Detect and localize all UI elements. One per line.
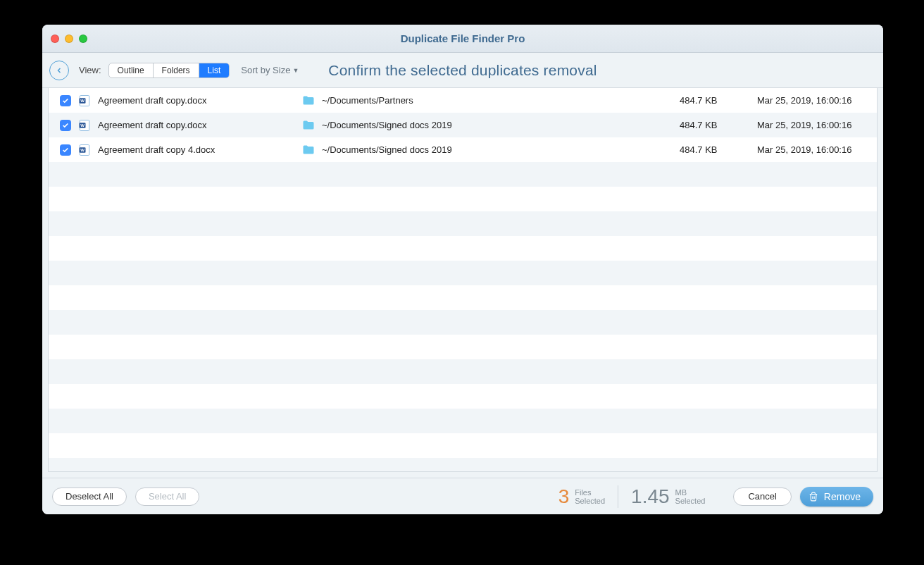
chevron-down-icon: ▼: [292, 67, 299, 74]
sort-dropdown[interactable]: Sort by Size ▼: [241, 65, 299, 75]
window-title: Duplicate File Finder Pro: [42, 32, 883, 44]
view-list-tab[interactable]: List: [199, 63, 230, 77]
file-size: 484.7 KB: [680, 144, 757, 155]
file-date: Mar 25, 2019, 16:00:16: [757, 144, 877, 155]
row-checkbox[interactable]: [60, 144, 71, 156]
view-folders-tab[interactable]: Folders: [154, 63, 199, 77]
row-checkbox[interactable]: [60, 120, 71, 131]
empty-row: [49, 162, 877, 187]
view-outline-tab[interactable]: Outline: [109, 63, 154, 77]
checkmark-icon: [62, 147, 69, 154]
row-checkbox[interactable]: [60, 95, 71, 106]
word-doc-icon: W: [78, 144, 91, 156]
minimize-window-button[interactable]: [65, 35, 73, 43]
select-all-button[interactable]: Select All: [135, 488, 199, 506]
files-selected-stat: 3 Files Selected: [558, 485, 618, 508]
file-rows-container: W Agreement draft copy.docx ~/Documents/…: [49, 88, 877, 471]
checkmark-icon: [62, 122, 69, 129]
size-label: MB Selected: [675, 488, 706, 505]
folder-icon: [302, 120, 315, 130]
svg-text:W: W: [80, 123, 85, 128]
table-row[interactable]: W Agreement draft copy.docx ~/Documents/…: [49, 88, 877, 113]
word-doc-icon: W: [78, 94, 91, 107]
file-size: 484.7 KB: [680, 120, 757, 130]
titlebar: Duplicate File Finder Pro: [42, 25, 883, 53]
empty-row: [49, 335, 877, 359]
trash-icon: [808, 492, 818, 502]
word-doc-icon: W: [78, 119, 91, 132]
file-date: Mar 25, 2019, 16:00:16: [757, 120, 877, 130]
app-window: Duplicate File Finder Pro View: Outline …: [42, 25, 883, 514]
folder-icon: [302, 144, 315, 155]
files-count: 3: [558, 485, 570, 508]
zoom-window-button[interactable]: [79, 35, 87, 43]
remove-button[interactable]: Remove: [800, 487, 873, 507]
empty-row: [49, 458, 877, 471]
size-value: 1.45: [631, 485, 670, 508]
file-name: Agreement draft copy.docx: [98, 120, 302, 130]
svg-text:W: W: [80, 99, 85, 103]
sort-label: Sort by Size: [241, 65, 290, 75]
empty-row: [49, 409, 877, 433]
chevron-left-icon: [55, 66, 63, 75]
remove-button-label: Remove: [824, 491, 861, 502]
empty-row: [49, 261, 877, 285]
traffic-lights: [51, 35, 87, 43]
file-date: Mar 25, 2019, 16:00:16: [757, 95, 877, 106]
empty-row: [49, 211, 877, 236]
deselect-all-button[interactable]: Deselect All: [52, 488, 127, 506]
empty-row: [49, 359, 877, 384]
back-button[interactable]: [49, 61, 69, 80]
size-selected-stat: 1.45 MB Selected: [631, 485, 718, 508]
empty-row: [49, 285, 877, 310]
empty-row: [49, 384, 877, 409]
table-row[interactable]: W Agreement draft copy 4.docx ~/Document…: [49, 137, 877, 162]
file-name: Agreement draft copy.docx: [98, 95, 302, 106]
empty-row: [49, 310, 877, 335]
empty-row: [49, 433, 877, 458]
empty-row: [49, 187, 877, 211]
folder-icon: [302, 95, 315, 106]
empty-row: [49, 236, 877, 261]
cancel-button[interactable]: Cancel: [733, 488, 791, 506]
table-row[interactable]: W Agreement draft copy.docx ~/Documents/…: [49, 113, 877, 137]
view-mode-segment: Outline Folders List: [108, 63, 230, 78]
checkmark-icon: [62, 97, 69, 104]
file-list: W Agreement draft copy.docx ~/Documents/…: [48, 88, 878, 472]
files-count-label: Files Selected: [575, 488, 605, 505]
footer: Deselect All Select All 3 Files Selected…: [42, 478, 883, 514]
file-name: Agreement draft copy 4.docx: [98, 144, 302, 155]
close-window-button[interactable]: [51, 35, 59, 43]
file-path: ~/Documents/Partners: [322, 95, 680, 106]
svg-text:W: W: [80, 148, 85, 152]
view-label: View:: [79, 65, 101, 75]
file-size: 484.7 KB: [680, 95, 757, 106]
file-path: ~/Documents/Signed docs 2019: [322, 120, 680, 130]
file-path: ~/Documents/Signed docs 2019: [322, 144, 680, 155]
toolbar: View: Outline Folders List Sort by Size …: [42, 53, 883, 88]
